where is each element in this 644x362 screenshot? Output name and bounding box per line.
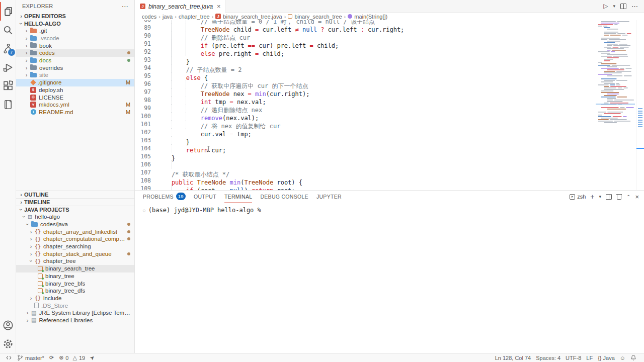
activity-extensions-icon[interactable] (0, 76, 16, 95)
open-editors-section[interactable]: › OPEN EDITORS (16, 12, 134, 20)
tree-item-chapter_stack_and_queue[interactable]: ›{}chapter_stack_and_queue (16, 250, 134, 257)
split-terminal-icon[interactable] (606, 194, 612, 200)
remote-indicator[interactable] (3, 353, 15, 362)
breadcrumb-chapter_tree[interactable]: chapter_tree (179, 14, 210, 20)
breadcrumb-mainstring[interactable]: main(String[]) (348, 14, 387, 20)
tree-item-overrides[interactable]: ›overrides (16, 64, 134, 71)
editor-line[interactable]: 88// 当子结点数量 = 0 / 1 时， child = null / 该子… (135, 20, 596, 24)
close-panel-icon[interactable]: × (635, 193, 639, 201)
editor-line[interactable]: 95else { (135, 72, 596, 80)
editor-line[interactable]: 97TreeNode nex = min(cur.right); (135, 88, 596, 96)
git-branch-status[interactable]: master* (15, 353, 47, 362)
encoding[interactable]: UTF-8 (563, 353, 584, 362)
editor-line[interactable]: 98int tmp = nex.val; (135, 96, 596, 104)
tree-item-chapter_computational_complexity[interactable]: ›{}chapter_computational_complexity (16, 235, 134, 243)
editor-line[interactable]: 93} (135, 56, 596, 64)
activity-settings-icon[interactable] (0, 334, 16, 353)
breadcrumb-java[interactable]: java (163, 14, 173, 20)
tree-item-site[interactable]: ›site (16, 71, 134, 79)
eol[interactable]: LF (584, 353, 595, 362)
editor-line[interactable]: 108public TreeNode min(TreeNode root) { (135, 176, 596, 185)
kill-terminal-icon[interactable] (616, 194, 622, 200)
explorer-more-actions-icon[interactable]: ⋯ (122, 3, 128, 10)
editor-line[interactable]: 109if (root == null) return root; (135, 185, 596, 190)
tree-item-jresystemlibraryeclipsetemurin1717....[interactable]: ›▤JRE System Library [Eclipse Temurin 17… (16, 309, 134, 317)
tree-item-book[interactable]: ›book (16, 42, 134, 49)
activity-search-icon[interactable] (0, 21, 16, 39)
tree-item-mkdocs.yml[interactable]: Ymkdocs.ymlM (16, 101, 134, 109)
timeline-section[interactable]: › TIMELINE (16, 198, 134, 206)
tree-item-binary_tree_bfs[interactable]: binary_tree_bfs (16, 280, 134, 287)
activity-account-icon[interactable] (0, 316, 16, 334)
activity-source-control-icon[interactable]: 7 (0, 39, 16, 58)
editor-more-actions-icon[interactable]: ⋯ (631, 3, 638, 10)
editor-line[interactable]: 89TreeNode child = cur.left ≠ null ? cur… (135, 24, 596, 32)
cursor-position[interactable]: Ln 128, Col 74 (493, 353, 534, 362)
activity-explorer-icon[interactable] (0, 2, 16, 21)
tree-item-referencedlibraries[interactable]: ›▤Referenced Libraries (16, 317, 134, 324)
editor-line[interactable]: 103} (135, 136, 596, 144)
tree-item-codes[interactable]: ›codes (16, 49, 134, 57)
tree-item-binary_tree_dfs[interactable]: binary_tree_dfs (16, 287, 134, 295)
tree-item-.gitignore[interactable]: .gitignoreM (16, 79, 134, 86)
indentation[interactable]: Spaces: 4 (533, 353, 563, 362)
breadcrumb-codes[interactable]: codes (142, 14, 156, 20)
minimap[interactable] (596, 20, 636, 190)
new-terminal-button[interactable]: + (590, 193, 594, 201)
editor-line[interactable]: 96// 获取中序遍历中 cur 的下一个结点 (135, 80, 596, 88)
tree-item-codesjava[interactable]: ›codes/java (16, 221, 134, 228)
panel-tab-problems[interactable]: PROBLEMS19 (143, 191, 186, 203)
run-java-button[interactable]: ▷ (603, 3, 608, 10)
editor-line[interactable]: 101// 将 nex 的值复制给 cur (135, 120, 596, 128)
breadcrumb-binary_search_tree[interactable]: binary_search_tree (288, 14, 342, 20)
feedback-icon[interactable]: ☺ (617, 353, 628, 362)
tree-item-docs[interactable]: ›docs (16, 57, 134, 64)
tree-item-chapter_array_and_linkedlist[interactable]: ›{}chapter_array_and_linkedlist (16, 228, 134, 235)
editor-line[interactable]: 105} (135, 152, 596, 160)
editor-line[interactable]: 91if (pre.left == cur) pre.left = child; (135, 40, 596, 48)
panel-tab-jupyter[interactable]: JUPYTER (316, 191, 342, 203)
run-dropdown-icon[interactable]: ▾ (613, 4, 615, 9)
problems-status[interactable]: ⊗0△19 (56, 353, 88, 362)
editor-line[interactable]: 90// 删除结点 cur (135, 32, 596, 40)
overview-ruler[interactable] (636, 20, 644, 190)
editor-line[interactable]: 107/* 获取最小结点 */ (135, 168, 596, 176)
editor-line[interactable]: 100remove(nex.val); (135, 112, 596, 120)
tree-item-hello-algo[interactable]: ›⊞hello-algo (16, 213, 134, 221)
tree-item-deploy.sh[interactable]: $deploy.sh (16, 86, 134, 94)
editor-line[interactable]: 104return cur; (135, 144, 596, 152)
tree-item-chapter_searching[interactable]: ›{}chapter_searching (16, 243, 134, 250)
tree-item-.vscode[interactable]: ›.vscode (16, 35, 134, 42)
tab-binary-search-tree[interactable]: J binary_search_tree.java × (135, 0, 225, 13)
outline-section[interactable]: › OUTLINE (16, 191, 134, 198)
terminal[interactable]: ○ (base) jyd@JYD-MBP hello-algo % (135, 203, 644, 353)
code-editor[interactable]: 88// 当子结点数量 = 0 / 1 时， child = null / 该子… (135, 20, 644, 190)
terminal-dropdown-icon[interactable]: ▾ (599, 194, 601, 199)
panel-tab-terminal[interactable]: TERMINAL (224, 191, 253, 203)
editor-line[interactable]: 94// 子结点数量 = 2 (135, 64, 596, 72)
tree-item-binary_search_tree[interactable]: binary_search_tree (16, 265, 134, 273)
tree-item-license[interactable]: ©LICENSE (16, 94, 134, 101)
panel-tab-debug-console[interactable]: DEBUG CONSOLE (260, 191, 308, 203)
tree-item-readme.md[interactable]: iREADME.mdM (16, 109, 134, 116)
editor-line[interactable]: 99// 递归删除结点 nex (135, 104, 596, 112)
panel-tab-output[interactable]: OUTPUT (194, 191, 216, 203)
sync-changes-button[interactable]: ⟳ (47, 353, 56, 362)
close-tab-icon[interactable]: × (217, 3, 221, 10)
notifications-bell-icon[interactable] (628, 353, 639, 362)
terminal-profile[interactable]: ▸zsh (570, 194, 586, 200)
maximize-panel-icon[interactable]: ⌃ (626, 194, 630, 200)
breadcrumb-binary_search_treejava[interactable]: Jbinary_search_tree.java (215, 14, 282, 20)
editor-line[interactable]: 92else pre.right = child; (135, 48, 596, 56)
activity-run-debug-icon[interactable] (0, 58, 16, 76)
split-editor-icon[interactable] (620, 4, 626, 9)
tree-item-chapter_tree[interactable]: ›{}chapter_tree (16, 257, 134, 265)
java-projects-section[interactable]: › JAVA PROJECTS (16, 206, 134, 213)
editor-line[interactable]: 106 (135, 160, 596, 168)
tree-item-binary_tree[interactable]: binary_tree (16, 273, 134, 280)
editor-line[interactable]: 102cur.val = tmp; (135, 128, 596, 136)
tree-item-.git[interactable]: ›.git (16, 27, 134, 35)
language-mode[interactable]: {} Java (595, 353, 617, 362)
root-folder-section[interactable]: › HELLO-ALGO (16, 20, 134, 27)
tree-item-.ds_store[interactable]: .DS_Store (16, 302, 134, 309)
